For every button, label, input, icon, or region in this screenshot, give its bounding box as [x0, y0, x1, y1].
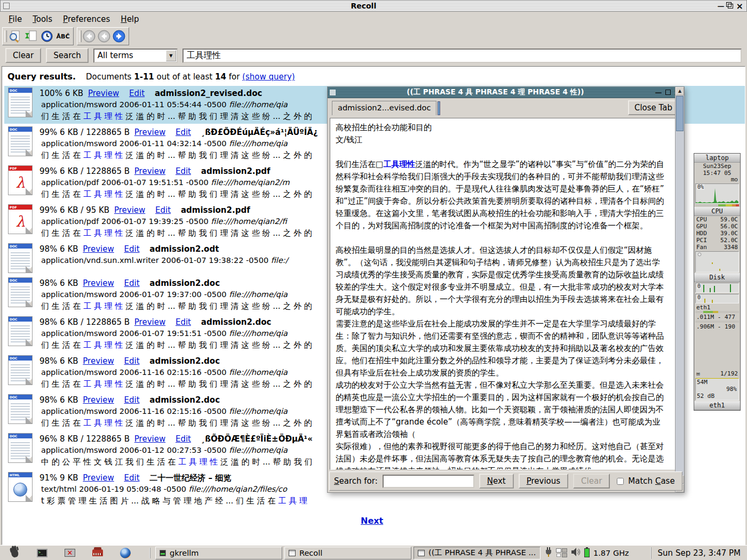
cpu-load-chart[interactable]: 0%: [695, 183, 739, 204]
edit-link[interactable]: Edit: [124, 473, 140, 483]
edit-link[interactable]: Edit: [129, 89, 145, 98]
preview-link[interactable]: Preview: [88, 89, 119, 98]
menu-file[interactable]: File: [4, 13, 26, 25]
sort-params-icon[interactable]: [24, 29, 38, 43]
result-title: ¸ßÕÐÖÆ¶È£ºÏiÈ±ÖÐµÄ¹«: [201, 434, 313, 444]
taskbar-separator: [149, 548, 153, 558]
search-mode-select[interactable]: All terms ▼: [93, 49, 178, 63]
preview-search-input[interactable]: [383, 475, 474, 488]
terminal-icon[interactable]: >_: [36, 547, 48, 559]
result-title: admission2.odt: [149, 244, 219, 254]
next-page-link[interactable]: Next: [361, 516, 383, 526]
memory-chart[interactable]: 54M 98% 52 dB: [695, 378, 739, 401]
edit-link[interactable]: Edit: [124, 278, 140, 288]
edit-link[interactable]: Edit: [124, 356, 140, 366]
result-title: admission2_revised.doc: [155, 89, 263, 98]
workspace-pager[interactable]: [556, 548, 567, 557]
show-query-link[interactable]: (show query): [242, 72, 295, 82]
task-button-recoll[interactable]: Recoll: [284, 547, 411, 559]
find-next-button[interactable]: Next: [479, 474, 514, 489]
results-header-text: for: [229, 72, 240, 82]
fan-chart[interactable]: [695, 251, 739, 273]
typewriter-icon[interactable]: [92, 547, 104, 559]
mail-row[interactable]: ✉ 1/192: [694, 370, 740, 378]
mail-icon: ✉: [696, 370, 700, 378]
result-url: file:///home/qia: [229, 446, 288, 454]
tab-accent: [438, 101, 440, 115]
preview-link[interactable]: Preview: [83, 278, 114, 288]
close-icon[interactable]: ×: [736, 3, 743, 10]
preview-titlebar[interactable]: ((工 PHRASE 4 具 PHRASE 4 理 PHRASE 4 性)) —…: [328, 87, 684, 98]
gnome-foot-icon[interactable]: [9, 547, 20, 559]
find-clear-button[interactable]: Clear: [573, 474, 610, 489]
preview-link[interactable]: Preview: [114, 205, 145, 215]
task-button--phrase-4-phrase-[interactable]: ((工 PHRASE 4 具 PHRASE ...: [414, 547, 541, 559]
edit-link[interactable]: Edit: [176, 317, 191, 327]
window-menu-icon[interactable]: [3, 3, 10, 9]
edit-link[interactable]: Edit: [176, 127, 191, 137]
edit-link[interactable]: Edit: [124, 244, 140, 254]
preview-link[interactable]: Preview: [134, 127, 165, 137]
clear-button[interactable]: Clear: [5, 48, 41, 63]
maximize-icon[interactable]: [728, 4, 733, 9]
maximize-icon[interactable]: [665, 90, 671, 95]
result-snippet: 们 生 活 在 工 具 理 性 泛 滥 的 时 ... 帮 助 我 们 理 清 …: [39, 188, 312, 200]
firefox-icon[interactable]: [120, 547, 131, 559]
eth-label: eth1: [694, 304, 740, 311]
minimize-icon[interactable]: —: [718, 3, 725, 10]
window-menu-icon[interactable]: [330, 90, 336, 95]
temp-row-hdd: HDD39.0C: [694, 230, 740, 237]
recoll-titlebar[interactable]: Recoll — ×: [0, 0, 747, 12]
preview-content[interactable]: 高校招生的社会功能和目的文/钱江我们生活在□工具理性泛滥的时代。作为“世之显学”…: [330, 118, 682, 470]
history-clock-icon[interactable]: [40, 29, 54, 43]
scroll-up-icon[interactable]: ▲: [676, 87, 684, 95]
edit-link[interactable]: Edit: [176, 166, 191, 176]
result-meta: 98% 6 KB: [39, 278, 78, 288]
preview-tab[interactable]: admission2...evised.doc: [332, 101, 436, 115]
menu-preferences[interactable]: Preferences: [59, 13, 114, 25]
match-case-checkbox[interactable]: [617, 478, 624, 485]
gkrellm-task-icon: [160, 550, 166, 556]
preview-link[interactable]: Preview: [134, 317, 165, 327]
disk-2-value: 0: [697, 294, 701, 300]
find-previous-button[interactable]: Previous: [519, 474, 568, 489]
page-fold: [26, 417, 33, 424]
minimize-icon[interactable]: —: [655, 89, 662, 96]
preview-link[interactable]: Preview: [134, 166, 165, 176]
preview-link[interactable]: Preview: [134, 434, 165, 444]
spell-term-icon[interactable]: ÅBĈ: [56, 29, 70, 43]
disk-chart-2[interactable]: 0: [695, 294, 739, 303]
preview-link[interactable]: Preview: [83, 395, 114, 405]
task-list: gkrellmRecoll((工 PHRASE 4 具 PHRASE ...: [154, 547, 542, 559]
combo-arrow-icon[interactable]: ▼: [166, 50, 176, 61]
nav-first-icon[interactable]: [83, 30, 96, 43]
task-button-gkrellm[interactable]: gkrellm: [155, 547, 282, 559]
display-off-icon[interactable]: ✕: [64, 547, 76, 559]
cpu-section-title: CPU: [694, 207, 740, 216]
preview-link[interactable]: Preview: [83, 473, 114, 483]
edit-link[interactable]: Edit: [124, 395, 140, 405]
search-button[interactable]: Search: [46, 48, 89, 63]
power-plug-icon[interactable]: [545, 547, 552, 559]
disk-chart-1[interactable]: 0: [695, 283, 739, 293]
speaker-icon[interactable]: [571, 548, 581, 558]
result-snippet: 中 的 公 平 性 文 钱 江 我 们 生 活 在 工 具 理 性 泛 滥 的 …: [39, 456, 313, 468]
nav-back-icon[interactable]: [98, 30, 110, 43]
battery-icon[interactable]: [584, 548, 590, 557]
preview-link[interactable]: Preview: [83, 244, 114, 254]
search-input[interactable]: [182, 49, 742, 63]
show-preview-icon[interactable]: [8, 29, 22, 43]
edit-link[interactable]: Edit: [155, 205, 171, 215]
scrollbar-thumb[interactable]: [676, 96, 684, 131]
preview-link[interactable]: Preview: [83, 356, 114, 366]
memory-percent: 98%: [726, 386, 737, 393]
edit-link[interactable]: Edit: [176, 434, 191, 444]
nav-forward-icon[interactable]: [113, 30, 125, 43]
menu-tools[interactable]: Tools: [28, 13, 57, 25]
close-tab-button[interactable]: Close Tab: [628, 100, 679, 115]
menu-help[interactable]: Help: [116, 13, 143, 25]
result-mime-date: application/pdf 2006-01-07 19:51:51 -050…: [41, 178, 211, 187]
temp-row-gpu: GPU56.0C: [694, 223, 740, 230]
system-tray: 1.87 GHz: [542, 547, 632, 559]
preview-scrollbar[interactable]: ▲ ▲ ▼: [675, 87, 684, 492]
